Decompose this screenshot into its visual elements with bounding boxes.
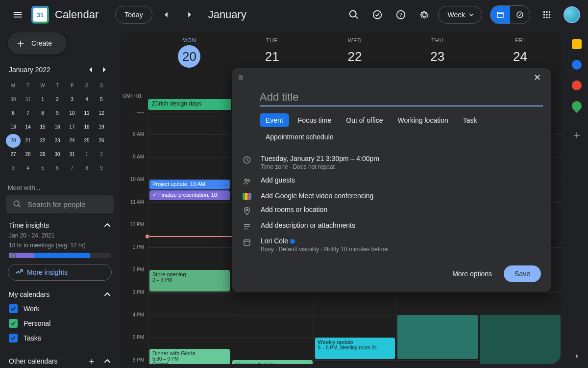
mini-day[interactable]: 16 [50,120,65,134]
event-type-tab[interactable]: Task [457,113,483,127]
calendar-checkbox[interactable]: Tasks [9,331,111,345]
tasks-view-button[interactable] [510,6,530,24]
event-weekly-update[interactable]: Weekly update5 – 6 PM, Meeting room 2c [315,338,395,359]
day-number[interactable]: 23 [426,45,449,68]
calendar-checkbox[interactable]: Personal [9,316,111,331]
mini-day[interactable]: 13 [6,120,21,134]
event-store-opening[interactable]: Store opening2 – 3 PM [149,270,230,291]
more-insights-button[interactable]: More insights [8,264,112,281]
event-type-tab[interactable]: Event [260,113,289,127]
search-people-input[interactable]: Search for people [6,195,114,213]
event-block-fri[interactable] [480,315,561,364]
mini-day[interactable]: 27 [6,148,21,161]
time-insights-toggle[interactable]: Time insights [6,220,114,230]
mini-day[interactable]: 29 [35,148,50,161]
mini-day[interactable]: 19 [94,120,109,134]
mini-day[interactable]: 4 [21,161,35,175]
mini-day[interactable]: 6 [50,161,65,175]
day-number[interactable]: 21 [261,45,283,68]
event-datetime-sub[interactable]: Time zone · Does not repeat [261,163,379,170]
close-dialog-button[interactable]: ✕ [529,70,545,85]
today-button[interactable]: Today [115,6,152,24]
mini-day[interactable]: 8 [35,106,50,120]
search-icon[interactable] [344,5,364,25]
create-button[interactable]: ＋Create [8,32,67,54]
event-type-tab[interactable]: Working location [392,113,454,127]
mini-day[interactable]: 25 [79,134,94,148]
mini-day[interactable]: 5 [35,161,50,175]
apps-icon[interactable] [537,5,557,25]
mini-day[interactable]: 2 [94,148,109,161]
mini-day[interactable]: 31 [21,93,35,106]
event-dinner-helen[interactable]: Dinner with Helen6 – 9 PM [232,360,313,364]
calendar-checkbox[interactable]: Work [9,301,111,316]
day-number[interactable]: 22 [343,45,366,68]
add-calendar-icon[interactable]: ＋ [87,355,96,367]
calendar-view-button[interactable] [490,6,510,24]
day-number[interactable]: 24 [509,45,532,68]
mini-day[interactable]: 5 [94,93,109,106]
mini-day[interactable]: 23 [50,134,65,148]
save-button[interactable]: Save [504,265,541,282]
mini-day[interactable]: 1 [79,148,94,161]
prev-week-button[interactable] [156,5,176,25]
contacts-icon[interactable] [572,80,582,90]
mini-day[interactable]: 17 [65,120,79,134]
next-week-button[interactable] [180,5,199,25]
mini-day[interactable]: 1 [35,93,50,106]
mini-day[interactable]: 20 [6,134,21,148]
event-project-update[interactable]: Project update, 10 AM [149,180,230,189]
mini-day[interactable]: 30 [50,148,65,161]
day-number[interactable]: 20 [178,45,200,68]
mini-day[interactable]: 18 [79,120,94,134]
mini-day[interactable]: 8 [79,161,94,175]
hamburger-menu[interactable] [8,5,27,25]
event-type-tab[interactable]: Appointment schedule [260,130,340,144]
mini-prev-button[interactable] [84,63,97,76]
event-type-tab[interactable]: Out of office [340,113,389,127]
mini-day[interactable]: 14 [21,120,35,134]
allday-event[interactable]: Zürich design days [148,99,231,110]
my-calendars-toggle[interactable]: My calendars [6,289,114,299]
mini-day[interactable]: 15 [35,120,50,134]
collapse-sidepanel-icon[interactable] [573,352,581,362]
view-selector[interactable]: Week [438,6,482,24]
mini-day[interactable]: 26 [94,134,109,148]
add-location-button[interactable]: Add rooms or location [261,206,327,213]
mini-day[interactable]: 10 [65,106,79,120]
keep-icon[interactable] [572,39,582,49]
event-block-thu[interactable] [397,315,478,359]
more-options-button[interactable]: More options [446,266,498,282]
event-dinner-gloria[interactable]: Dinner with Gloria5:30 – 9 PMCentral [149,349,230,364]
mini-day[interactable]: 6 [6,106,21,120]
maps-icon[interactable] [570,99,584,113]
tasks-sidepanel-icon[interactable] [572,60,582,70]
mini-day[interactable]: 4 [79,93,94,106]
mini-next-button[interactable] [98,63,111,76]
mini-day[interactable]: 28 [21,148,35,161]
event-visibility[interactable]: Busy · Default visibility · Notify 10 mi… [261,246,388,253]
event-finalize[interactable]: ✓ Finalize presentation, 10: [149,190,230,200]
mini-day[interactable]: 30 [6,93,21,106]
event-title-input[interactable] [260,89,543,106]
mini-day[interactable]: 7 [21,106,35,120]
mini-day[interactable]: 12 [94,106,109,120]
mini-day[interactable]: 24 [65,134,79,148]
mini-day[interactable]: 22 [35,134,50,148]
event-owner[interactable]: Lori Cole [261,237,388,245]
account-avatar[interactable] [564,6,580,23]
event-datetime[interactable]: Tuesday, January 21 3:30pm – 4:00pm [261,155,379,162]
mini-day[interactable]: 11 [79,106,94,120]
mini-day[interactable]: 9 [50,106,65,120]
help-icon[interactable]: ? [391,5,411,25]
add-sidepanel-icon[interactable]: ＋ [571,128,582,142]
mini-day[interactable]: 3 [6,161,21,175]
other-calendars-toggle[interactable]: Other calendars ＋ [6,354,114,368]
add-meet-button[interactable]: Add Google Meet video conferencing [261,192,373,200]
settings-icon[interactable] [415,5,434,25]
mini-day[interactable]: 31 [65,148,79,161]
add-description-button[interactable]: Add description or attachments [261,221,355,229]
mini-day[interactable]: 21 [21,134,35,148]
event-type-tab[interactable]: Focus time [292,113,337,127]
mini-day[interactable]: 7 [65,161,79,175]
